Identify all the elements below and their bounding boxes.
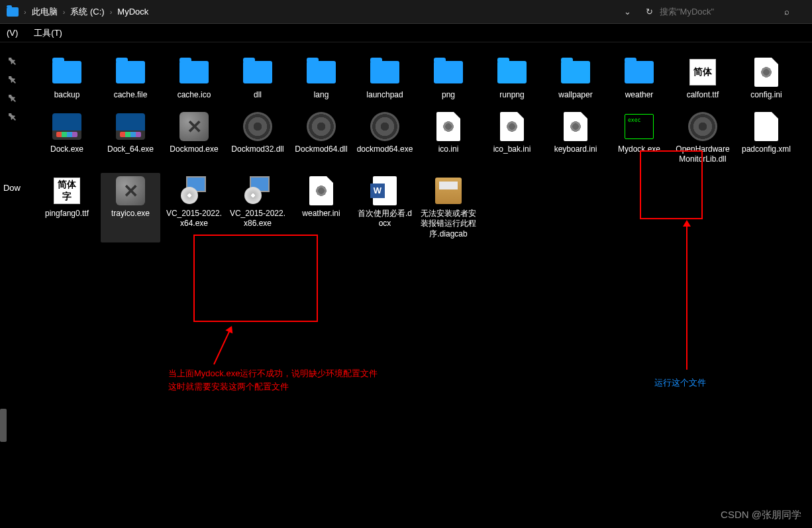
file-item[interactable]: Dock_64.exe: [101, 109, 160, 168]
file-label: padconfig.xml: [742, 144, 791, 155]
file-label: keyboard.ini: [554, 144, 597, 155]
breadcrumb-item[interactable]: 此电脑: [32, 6, 58, 18]
file-item[interactable]: dll: [228, 54, 287, 103]
file-item[interactable]: keyboard.ini: [546, 109, 605, 168]
file-label: trayico.exe: [111, 209, 150, 219]
file-label: cache.file: [114, 90, 148, 101]
file-label: VC_2015-2022.x86.exe: [229, 209, 286, 229]
file-label: ico_bak.ini: [493, 144, 531, 155]
file-item[interactable]: config.ini: [736, 54, 796, 103]
file-item[interactable]: execMydock.exe: [609, 109, 669, 168]
file-label: VC_2015-2022.x64.exe: [166, 209, 223, 229]
chevron-down-icon[interactable]: ⌄: [624, 7, 631, 17]
file-label: lang: [314, 90, 329, 101]
address-bar: › 此电脑 › 系统 (C:) › MyDock ⌄ ↻ ⌕: [0, 0, 812, 24]
chevron-right-icon: ›: [63, 8, 66, 16]
chevron-right-icon: ›: [24, 8, 26, 16]
sidebar: Dow: [0, 42, 24, 528]
annotation-arrow: [213, 327, 232, 364]
folder-icon: [304, 57, 338, 87]
search-icon[interactable]: ⌕: [784, 7, 789, 17]
folder-icon: [368, 57, 402, 87]
file-item[interactable]: 无法安装或者安装报错运行此程序.diagcab: [419, 173, 478, 242]
folder-icon: [7, 7, 19, 17]
pin-icon[interactable]: [5, 54, 20, 69]
file-label: Mydock.exe: [618, 144, 660, 155]
breadcrumb-item[interactable]: MyDock: [117, 7, 148, 17]
exec-black-icon: exec: [622, 111, 656, 142]
pin-icon[interactable]: [5, 91, 20, 106]
file-item[interactable]: weather: [609, 54, 669, 103]
pin-icon[interactable]: [5, 109, 20, 125]
installer-icon: [177, 176, 211, 206]
folder-icon: [240, 57, 275, 87]
file-label: wallpaper: [558, 90, 592, 101]
search-input[interactable]: [660, 7, 779, 17]
file-item[interactable]: W首次使用必看.docx: [355, 173, 415, 242]
file-item[interactable]: VC_2015-2022.x86.exe: [228, 173, 287, 242]
file-label: 无法安装或者安装报错运行此程序.diagcab: [420, 209, 477, 240]
scrollbar[interactable]: [0, 409, 7, 442]
file-item[interactable]: cache.file: [101, 54, 160, 103]
folder-light-icon: [495, 57, 529, 87]
folder-icon: [622, 57, 656, 87]
file-label: calfont.ttf: [687, 90, 719, 101]
gear-file-icon: [431, 111, 466, 142]
file-item[interactable]: runpng: [482, 54, 542, 103]
file-item[interactable]: weather.ini: [291, 173, 351, 242]
refresh-icon[interactable]: ↻: [646, 7, 653, 17]
file-item[interactable]: lang: [291, 54, 351, 103]
annotation-arrow: [686, 221, 687, 370]
gear-file-icon: [304, 176, 338, 206]
file-label: runpng: [499, 90, 524, 101]
annotation-text: 当上面Mydock.exe运行不成功，说明缺少环境配置文件 这时就需要安装这两个…: [168, 367, 378, 393]
tool-exe-icon: [177, 111, 211, 142]
tool-exe-icon: [113, 176, 148, 206]
folder-icon: [113, 57, 148, 87]
watermark: CSDN @张朋同学: [721, 509, 801, 521]
file-label: weather.ini: [302, 209, 340, 219]
file-item[interactable]: OpenHardwareMonitorLib.dll: [673, 109, 733, 168]
ttf-icon: 简体字: [50, 176, 84, 206]
file-item[interactable]: Dockmod64.dll: [291, 109, 351, 168]
gear-file-icon: [495, 111, 529, 142]
ttf-icon: 简体: [685, 57, 720, 87]
file-item[interactable]: padconfig.xml: [736, 109, 796, 168]
folder-light-icon: [558, 57, 593, 87]
file-label: Dockmod32.dll: [231, 144, 283, 155]
file-label: config.ini: [750, 90, 782, 101]
blank-file-icon: [749, 111, 784, 142]
installer-icon: [240, 176, 275, 206]
file-item[interactable]: ico.ini: [419, 109, 478, 168]
file-item[interactable]: Dockmod32.dll: [228, 109, 287, 168]
menu-tools[interactable]: 工具(T): [30, 26, 66, 40]
file-item[interactable]: launchpad: [355, 54, 415, 103]
file-item[interactable]: VC_2015-2022.x64.exe: [164, 173, 224, 242]
search-box[interactable]: ⌕: [660, 7, 805, 17]
file-item[interactable]: dockmod64.exe: [355, 109, 415, 168]
file-label: Dockmod64.dll: [295, 144, 347, 155]
file-item[interactable]: 简体字pingfang0.ttf: [37, 173, 97, 242]
file-item[interactable]: png: [419, 54, 478, 103]
dll-gear-icon: [685, 111, 720, 142]
file-item[interactable]: cache.ico: [164, 54, 224, 103]
breadcrumb[interactable]: › 此电脑 › 系统 (C:) › MyDock: [7, 6, 624, 18]
file-label: pingfang0.ttf: [45, 209, 89, 219]
content-area: Dow backupcache.filecache.icodlllanglaun…: [0, 42, 812, 528]
file-label: dockmod64.exe: [357, 144, 413, 155]
file-item[interactable]: trayico.exe: [101, 173, 160, 242]
file-item[interactable]: wallpaper: [546, 54, 605, 103]
menu-bar: (V) 工具(T): [0, 24, 812, 42]
file-item[interactable]: backup: [37, 54, 97, 103]
folder-icon: [431, 57, 466, 87]
file-item[interactable]: Dockmod.exe: [164, 109, 224, 168]
file-item[interactable]: ico_bak.ini: [482, 109, 542, 168]
pin-icon[interactable]: [5, 72, 20, 87]
file-item[interactable]: 简体calfont.ttf: [673, 54, 733, 103]
file-label: ico.ini: [438, 144, 459, 155]
menu-view[interactable]: (V): [3, 26, 22, 39]
breadcrumb-item[interactable]: 系统 (C:): [70, 6, 104, 18]
file-item[interactable]: Dock.exe: [37, 109, 97, 168]
dock-exe-icon: [113, 111, 148, 142]
file-label: backup: [54, 90, 80, 101]
